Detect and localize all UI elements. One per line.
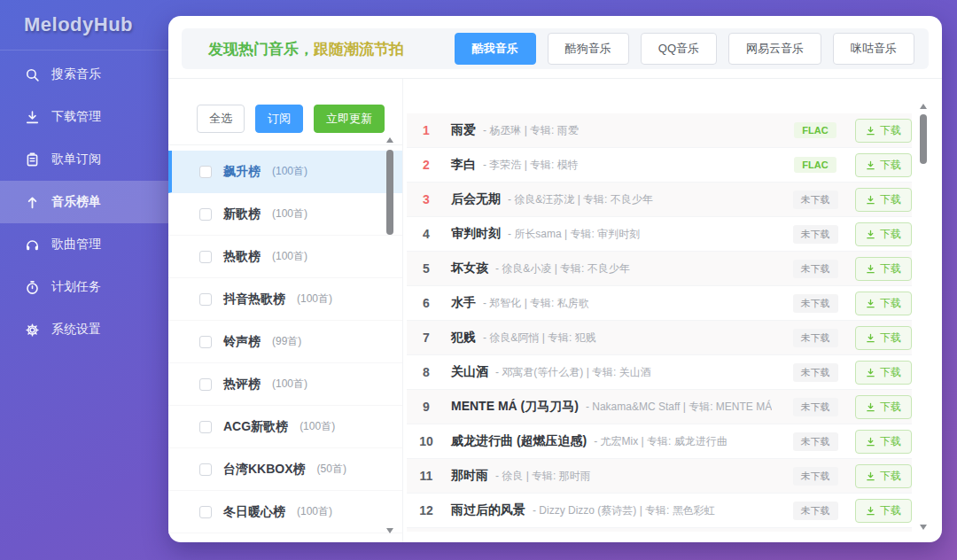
music-source-tabs: 酷我音乐 酷狗音乐 QQ音乐 网易云音乐 咪咕音乐 [455, 33, 914, 65]
chart-checkbox[interactable] [199, 251, 212, 263]
song-row: 4 审判时刻 - 所长sama | 专辑: 审判时刻 未下载 下载 [407, 217, 912, 252]
chart-list-item[interactable]: ACG新歌榜 (100首) [168, 406, 402, 448]
download-button[interactable]: 下载 [855, 257, 912, 281]
slogan-part2: 跟随潮流节拍 [314, 41, 404, 58]
download-button[interactable]: 下载 [855, 222, 912, 246]
download-button[interactable]: 下载 [855, 153, 912, 177]
song-artist-album: - Nakama&MC Staff | 专辑: MENTE MÁ [586, 400, 772, 415]
chart-song-count: (50首) [317, 462, 346, 477]
song-row: 12 雨过后的风景 - Dizzy Dizzo (蔡诗芸) | 专辑: 黑色彩虹… [407, 494, 912, 528]
chart-list-item[interactable]: 飙升榜 (100首) [168, 151, 402, 193]
music-source-tab[interactable]: 酷我音乐 [455, 33, 536, 65]
download-button[interactable]: 下载 [855, 292, 912, 315]
sidebar-item-system-settings[interactable]: 系统设置 [0, 308, 168, 351]
song-list-scrollbar [919, 104, 928, 530]
download-button[interactable]: 下载 [855, 464, 912, 488]
chart-checkbox[interactable] [199, 421, 212, 433]
song-row: 下载 [407, 528, 912, 532]
song-rank: 12 [407, 503, 446, 517]
sidebar-item-label: 计划任务 [51, 279, 101, 295]
song-artist-album: - 尤宏Mix | 专辑: 威龙进行曲 [594, 434, 727, 449]
scroll-down-button[interactable] [386, 528, 393, 533]
music-source-tab[interactable]: 网易云音乐 [728, 33, 821, 65]
scroll-up-button[interactable] [386, 137, 393, 143]
trending-icon [25, 195, 40, 210]
chart-checkbox[interactable] [199, 506, 212, 518]
sidebar-item-music-charts[interactable]: 音乐榜单 [0, 181, 168, 223]
download-button[interactable]: 下载 [855, 499, 912, 523]
download-icon [866, 437, 875, 447]
sidebar-item-download-manager[interactable]: 下载管理 [0, 96, 168, 138]
status-badge: 未下载 [793, 191, 838, 209]
scroll-down-button[interactable] [920, 525, 927, 530]
app-window: MelodyHub 搜索音乐 下载管理 歌单订阅 音乐榜单 歌曲管理 计划任务 … [0, 0, 957, 560]
chart-name: 热评榜 [223, 377, 261, 393]
chart-checkbox[interactable] [199, 293, 212, 306]
music-source-tab[interactable]: QQ音乐 [641, 33, 717, 65]
download-button[interactable]: 下载 [855, 119, 912, 143]
status-badge: 未下载 [793, 398, 838, 416]
sidebar-item-playlist-subscription[interactable]: 歌单订阅 [0, 138, 168, 181]
song-panel: 1 雨爱 - 杨丞琳 | 专辑: 雨爱 FLAC 下载 2 李白 - 李荣浩 |… [403, 79, 942, 542]
song-artist-album: - 郑智化 | 专辑: 私房歌 [483, 296, 589, 311]
chart-song-count: (100首) [272, 377, 307, 392]
chart-checkbox[interactable] [199, 378, 212, 391]
scrollbar-thumb[interactable] [920, 114, 927, 164]
song-title: 后会无期 [451, 191, 501, 207]
song-title: 犯贱 [451, 330, 476, 346]
scrollbar-thumb[interactable] [386, 150, 393, 235]
update-now-button[interactable]: 立即更新 [314, 105, 385, 133]
chart-song-count: (100首) [297, 504, 332, 519]
logo-container: MelodyHub [0, 0, 168, 51]
song-title: 雨爱 [451, 122, 476, 138]
banner-slogan: 发现热门音乐，跟随潮流节拍 [208, 39, 404, 59]
music-source-tab[interactable]: 酷狗音乐 [548, 33, 629, 65]
select-all-button[interactable]: 全选 [197, 105, 245, 133]
download-icon [866, 160, 875, 170]
chart-list-item[interactable]: 台湾KKBOX榜 (50首) [168, 448, 402, 491]
chart-checkbox[interactable] [199, 166, 212, 178]
status-badge: 未下载 [793, 260, 838, 278]
sidebar-item-label: 搜索音乐 [51, 66, 101, 82]
song-rank: 10 [407, 434, 446, 448]
chart-list-item[interactable]: 热歌榜 (100首) [168, 236, 402, 278]
song-row: 9 MENTE MÁ (刀马刀马) - Nakama&MC Staff | 专辑… [407, 390, 912, 424]
download-button[interactable]: 下载 [855, 361, 912, 385]
status-badge: 未下载 [793, 294, 838, 313]
chart-name: 台湾KKBOX榜 [223, 462, 306, 478]
sidebar-item-scheduled-tasks[interactable]: 计划任务 [0, 266, 168, 308]
chart-checkbox[interactable] [199, 208, 212, 221]
song-rank: 2 [407, 158, 446, 172]
chart-list-item[interactable]: 铃声榜 (99首) [168, 321, 402, 363]
sidebar-item-song-manager[interactable]: 歌曲管理 [0, 223, 168, 266]
status-badge: 未下载 [793, 432, 838, 451]
download-button[interactable]: 下载 [855, 430, 912, 454]
chart-list-item[interactable]: 新歌榜 (100首) [168, 193, 402, 236]
chart-song-count: (100首) [272, 249, 307, 264]
sidebar-item-label: 音乐榜单 [51, 194, 101, 210]
song-artist-album: - 徐良&汪苏泷 | 专辑: 不良少年 [508, 192, 653, 207]
song-row: 1 雨爱 - 杨丞琳 | 专辑: 雨爱 FLAC 下载 [407, 113, 912, 148]
song-row: 8 关山酒 - 邓寓君(等什么君) | 专辑: 关山酒 未下载 下载 [407, 355, 912, 390]
song-artist-album: - 邓寓君(等什么君) | 专辑: 关山酒 [495, 365, 651, 380]
song-rank: 4 [407, 227, 446, 241]
chart-list-item[interactable]: 抖音热歌榜 (100首) [168, 278, 402, 321]
sidebar-item-search-music[interactable]: 搜索音乐 [0, 53, 168, 96]
subscribe-button[interactable]: 订阅 [255, 105, 303, 133]
song-title: 关山酒 [451, 364, 488, 380]
song-rank: 9 [407, 400, 446, 414]
download-icon [25, 110, 40, 125]
download-icon [866, 195, 875, 205]
download-button[interactable]: 下载 [855, 188, 912, 212]
chart-checkbox[interactable] [199, 463, 212, 476]
chart-list-item[interactable]: 冬日暖心榜 (100首) [168, 491, 402, 533]
scroll-up-button[interactable] [920, 104, 927, 109]
download-button[interactable]: 下载 [855, 395, 912, 419]
chart-song-count: (100首) [297, 292, 332, 307]
music-source-tab[interactable]: 咪咕音乐 [833, 33, 914, 65]
download-button[interactable]: 下载 [855, 326, 912, 350]
chart-list-item[interactable]: 热评榜 (100首) [168, 363, 402, 406]
chart-checkbox[interactable] [199, 336, 212, 348]
song-artist-album: - Dizzy Dizzo (蔡诗芸) | 专辑: 黑色彩虹 [533, 503, 715, 518]
song-list: 1 雨爱 - 杨丞琳 | 专辑: 雨爱 FLAC 下载 2 李白 - 李荣浩 |… [407, 113, 912, 532]
